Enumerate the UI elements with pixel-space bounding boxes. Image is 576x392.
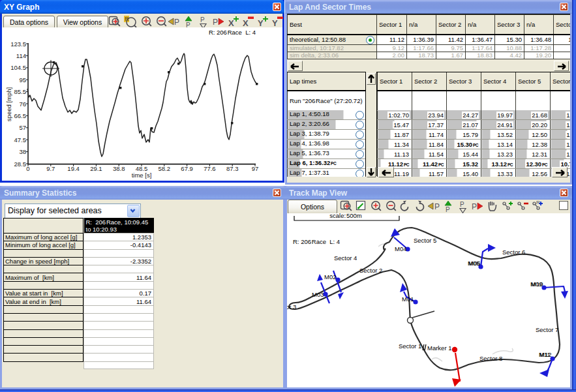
- svg-text:R: R: [536, 200, 540, 205]
- svg-text:104.5: 104.5: [10, 64, 26, 71]
- svg-text:Sector 7: Sector 7: [536, 326, 558, 333]
- svg-text:P: P: [434, 202, 440, 211]
- svg-text:Sector 3: Sector 3: [287, 303, 296, 310]
- svg-text:47.5: 47.5: [14, 136, 27, 143]
- svg-text:Sector 8: Sector 8: [479, 355, 502, 362]
- svg-text:M03: M03: [312, 291, 324, 298]
- svg-text:66.5: 66.5: [14, 112, 27, 119]
- svg-text:M02: M02: [324, 273, 336, 280]
- svg-text:M01: M01: [402, 295, 414, 303]
- svg-text:Sector 5: Sector 5: [414, 237, 436, 244]
- svg-text:R: 206 Race L: 4: R: 206 Race L: 4: [293, 238, 340, 245]
- svg-text:P: P: [200, 16, 205, 23]
- svg-text:76: 76: [19, 100, 26, 108]
- svg-text:X: X: [243, 18, 249, 28]
- svg-text:Sector 1: Sector 1: [399, 342, 421, 350]
- svg-text:P: P: [174, 18, 179, 27]
- svg-text:Sector 2: Sector 2: [359, 267, 382, 274]
- svg-text:Marker 1: Marker 1: [427, 344, 451, 352]
- svg-text:95: 95: [19, 76, 26, 83]
- svg-text:Y: Y: [272, 18, 278, 28]
- svg-text:114: 114: [16, 52, 26, 59]
- svg-text:M10: M10: [531, 280, 543, 288]
- svg-text:P: P: [460, 201, 464, 208]
- svg-text:M12: M12: [539, 351, 551, 358]
- svg-text:57: 57: [19, 124, 26, 131]
- svg-text:time [s]: time [s]: [132, 172, 152, 179]
- svg-text:Y: Y: [258, 18, 264, 28]
- svg-text:Sector 6: Sector 6: [502, 249, 525, 256]
- svg-text:P: P: [472, 202, 477, 211]
- svg-text:M06: M06: [468, 260, 480, 267]
- svg-text:X: X: [228, 18, 234, 28]
- svg-text:P: P: [213, 18, 218, 27]
- svg-text:speed [mph]: speed [mph]: [5, 87, 12, 121]
- svg-text:M04: M04: [395, 245, 406, 252]
- svg-text:scale: 500m: scale: 500m: [329, 212, 361, 219]
- svg-text:28.5: 28.5: [14, 160, 27, 168]
- svg-text:Sector 4: Sector 4: [334, 254, 357, 262]
- svg-text:123.5: 123.5: [10, 40, 26, 48]
- svg-text:85.5: 85.5: [14, 88, 27, 95]
- svg-text:38: 38: [19, 148, 26, 155]
